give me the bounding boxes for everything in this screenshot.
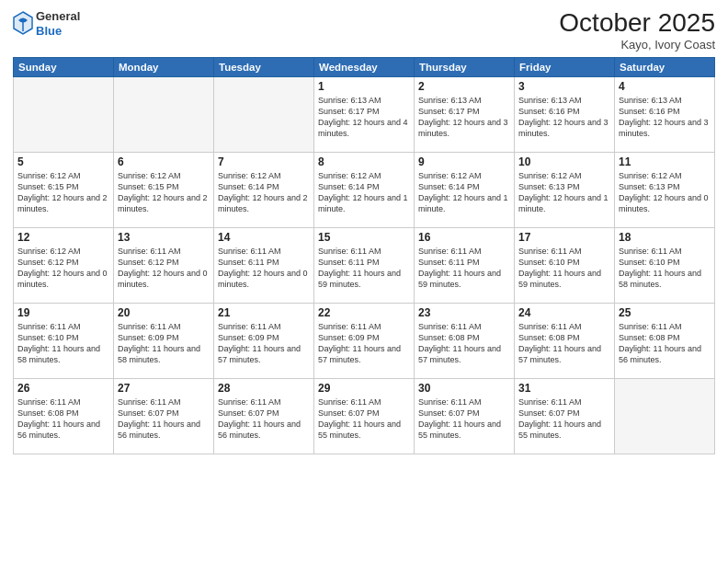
- calendar-cell: 29Sunrise: 6:11 AM Sunset: 6:07 PM Dayli…: [314, 378, 415, 454]
- calendar-cell: 31Sunrise: 6:11 AM Sunset: 6:07 PM Dayli…: [515, 378, 615, 454]
- logo: General Blue: [13, 9, 80, 38]
- day-number: 6: [118, 155, 210, 168]
- col-wednesday: Wednesday: [314, 57, 415, 76]
- day-info: Sunrise: 6:11 AM Sunset: 6:07 PM Dayligh…: [418, 396, 510, 442]
- logo-text: General Blue: [36, 9, 80, 38]
- calendar-cell: 14Sunrise: 6:11 AM Sunset: 6:11 PM Dayli…: [214, 227, 314, 303]
- day-info: Sunrise: 6:12 AM Sunset: 6:15 PM Dayligh…: [118, 170, 210, 215]
- calendar-cell: 10Sunrise: 6:12 AM Sunset: 6:13 PM Dayli…: [515, 152, 615, 227]
- calendar-cell: [14, 76, 114, 152]
- calendar-week-row: 26Sunrise: 6:11 AM Sunset: 6:08 PM Dayli…: [14, 378, 715, 454]
- day-number: 3: [518, 80, 610, 93]
- day-info: Sunrise: 6:11 AM Sunset: 6:09 PM Dayligh…: [118, 321, 210, 366]
- day-info: Sunrise: 6:11 AM Sunset: 6:11 PM Dayligh…: [418, 246, 510, 291]
- day-number: 2: [418, 80, 510, 93]
- day-number: 25: [619, 306, 711, 319]
- day-info: Sunrise: 6:11 AM Sunset: 6:12 PM Dayligh…: [118, 246, 210, 291]
- day-info: Sunrise: 6:11 AM Sunset: 6:07 PM Dayligh…: [518, 396, 610, 442]
- day-info: Sunrise: 6:11 AM Sunset: 6:10 PM Dayligh…: [17, 321, 109, 366]
- day-info: Sunrise: 6:12 AM Sunset: 6:13 PM Dayligh…: [518, 170, 610, 215]
- location: Kayo, Ivory Coast: [559, 38, 715, 52]
- day-number: 28: [218, 382, 310, 395]
- day-number: 12: [17, 231, 109, 244]
- calendar-cell: 16Sunrise: 6:11 AM Sunset: 6:11 PM Dayli…: [415, 227, 515, 303]
- calendar-cell: 25Sunrise: 6:11 AM Sunset: 6:08 PM Dayli…: [615, 303, 715, 378]
- day-number: 1: [318, 80, 410, 93]
- day-info: Sunrise: 6:11 AM Sunset: 6:08 PM Dayligh…: [418, 321, 510, 366]
- day-number: 21: [218, 306, 310, 319]
- day-info: Sunrise: 6:13 AM Sunset: 6:17 PM Dayligh…: [318, 95, 410, 140]
- calendar-cell: 11Sunrise: 6:12 AM Sunset: 6:13 PM Dayli…: [615, 152, 715, 227]
- calendar-cell: 20Sunrise: 6:11 AM Sunset: 6:09 PM Dayli…: [114, 303, 214, 378]
- day-info: Sunrise: 6:12 AM Sunset: 6:14 PM Dayligh…: [318, 170, 410, 215]
- calendar-cell: 27Sunrise: 6:11 AM Sunset: 6:07 PM Dayli…: [114, 378, 214, 454]
- day-info: Sunrise: 6:11 AM Sunset: 6:08 PM Dayligh…: [518, 321, 610, 366]
- logo-general-text: General: [36, 9, 80, 24]
- calendar-cell: [615, 378, 715, 454]
- calendar-cell: 28Sunrise: 6:11 AM Sunset: 6:07 PM Dayli…: [214, 378, 314, 454]
- day-number: 27: [118, 382, 210, 395]
- day-info: Sunrise: 6:11 AM Sunset: 6:10 PM Dayligh…: [518, 246, 610, 291]
- day-number: 15: [318, 231, 410, 244]
- calendar-cell: 24Sunrise: 6:11 AM Sunset: 6:08 PM Dayli…: [515, 303, 615, 378]
- calendar-week-row: 19Sunrise: 6:11 AM Sunset: 6:10 PM Dayli…: [14, 303, 715, 378]
- calendar-cell: [214, 76, 314, 152]
- header: General Blue October 2025 Kayo, Ivory Co…: [13, 9, 715, 52]
- day-info: Sunrise: 6:12 AM Sunset: 6:14 PM Dayligh…: [218, 170, 310, 215]
- calendar-table: Sunday Monday Tuesday Wednesday Thursday…: [13, 57, 715, 454]
- day-info: Sunrise: 6:11 AM Sunset: 6:07 PM Dayligh…: [218, 396, 310, 442]
- calendar-cell: 23Sunrise: 6:11 AM Sunset: 6:08 PM Dayli…: [415, 303, 515, 378]
- calendar-cell: [114, 76, 214, 152]
- day-number: 7: [218, 155, 310, 168]
- calendar-cell: 12Sunrise: 6:12 AM Sunset: 6:12 PM Dayli…: [14, 227, 114, 303]
- day-number: 4: [619, 80, 711, 93]
- calendar-cell: 8Sunrise: 6:12 AM Sunset: 6:14 PM Daylig…: [314, 152, 415, 227]
- day-info: Sunrise: 6:12 AM Sunset: 6:13 PM Dayligh…: [619, 170, 711, 215]
- col-friday: Friday: [515, 57, 615, 76]
- calendar-cell: 4Sunrise: 6:13 AM Sunset: 6:16 PM Daylig…: [615, 76, 715, 152]
- day-number: 16: [418, 231, 510, 244]
- day-info: Sunrise: 6:11 AM Sunset: 6:11 PM Dayligh…: [218, 246, 310, 291]
- day-info: Sunrise: 6:12 AM Sunset: 6:12 PM Dayligh…: [17, 246, 109, 291]
- month-title: October 2025: [559, 9, 715, 38]
- day-number: 9: [418, 155, 510, 168]
- day-number: 5: [17, 155, 109, 168]
- day-info: Sunrise: 6:11 AM Sunset: 6:11 PM Dayligh…: [318, 246, 410, 291]
- calendar-cell: 1Sunrise: 6:13 AM Sunset: 6:17 PM Daylig…: [314, 76, 415, 152]
- col-thursday: Thursday: [415, 57, 515, 76]
- day-number: 14: [218, 231, 310, 244]
- day-info: Sunrise: 6:12 AM Sunset: 6:15 PM Dayligh…: [17, 170, 109, 215]
- calendar-cell: 19Sunrise: 6:11 AM Sunset: 6:10 PM Dayli…: [14, 303, 114, 378]
- day-number: 29: [318, 382, 410, 395]
- calendar-cell: 17Sunrise: 6:11 AM Sunset: 6:10 PM Dayli…: [515, 227, 615, 303]
- day-number: 22: [318, 306, 410, 319]
- calendar-cell: 3Sunrise: 6:13 AM Sunset: 6:16 PM Daylig…: [515, 76, 615, 152]
- day-number: 8: [318, 155, 410, 168]
- calendar-cell: 18Sunrise: 6:11 AM Sunset: 6:10 PM Dayli…: [615, 227, 715, 303]
- day-info: Sunrise: 6:11 AM Sunset: 6:08 PM Dayligh…: [619, 321, 711, 366]
- page: General Blue October 2025 Kayo, Ivory Co…: [0, 0, 728, 563]
- day-info: Sunrise: 6:11 AM Sunset: 6:10 PM Dayligh…: [619, 246, 711, 291]
- day-number: 18: [619, 231, 711, 244]
- day-number: 26: [17, 382, 109, 395]
- calendar-cell: 26Sunrise: 6:11 AM Sunset: 6:08 PM Dayli…: [14, 378, 114, 454]
- calendar-cell: 5Sunrise: 6:12 AM Sunset: 6:15 PM Daylig…: [14, 152, 114, 227]
- title-block: October 2025 Kayo, Ivory Coast: [559, 9, 715, 52]
- col-tuesday: Tuesday: [214, 57, 314, 76]
- calendar-cell: 6Sunrise: 6:12 AM Sunset: 6:15 PM Daylig…: [114, 152, 214, 227]
- calendar-cell: 7Sunrise: 6:12 AM Sunset: 6:14 PM Daylig…: [214, 152, 314, 227]
- day-info: Sunrise: 6:13 AM Sunset: 6:16 PM Dayligh…: [619, 95, 711, 140]
- day-info: Sunrise: 6:11 AM Sunset: 6:07 PM Dayligh…: [318, 396, 410, 442]
- day-info: Sunrise: 6:12 AM Sunset: 6:14 PM Dayligh…: [418, 170, 510, 215]
- day-number: 30: [418, 382, 510, 395]
- day-number: 23: [418, 306, 510, 319]
- calendar-cell: 22Sunrise: 6:11 AM Sunset: 6:09 PM Dayli…: [314, 303, 415, 378]
- day-info: Sunrise: 6:11 AM Sunset: 6:08 PM Dayligh…: [17, 396, 109, 442]
- col-sunday: Sunday: [14, 57, 114, 76]
- logo-icon: [13, 11, 33, 37]
- col-monday: Monday: [114, 57, 214, 76]
- calendar-week-row: 12Sunrise: 6:12 AM Sunset: 6:12 PM Dayli…: [14, 227, 715, 303]
- day-info: Sunrise: 6:11 AM Sunset: 6:07 PM Dayligh…: [118, 396, 210, 442]
- day-number: 31: [518, 382, 610, 395]
- day-number: 24: [518, 306, 610, 319]
